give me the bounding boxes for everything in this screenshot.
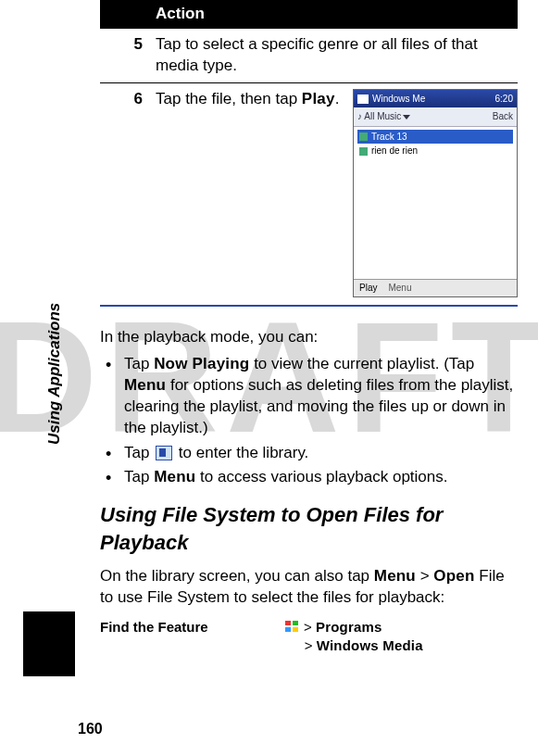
library-icon — [156, 446, 172, 460]
mock-footer: PlayMenu — [354, 279, 517, 296]
mock-softkey-menu: Menu — [382, 280, 417, 296]
step-number: 5 — [100, 34, 156, 77]
list-item: Tap to enter the library. — [100, 443, 518, 464]
text: All Music — [364, 111, 401, 121]
page-content: Action 5 Tap to select a specific genre … — [0, 0, 538, 655]
body-paragraph: On the library screen, you can also tap … — [100, 566, 518, 609]
text: to view the current playlist. (Tap — [249, 355, 474, 372]
action-table: Action 5 Tap to select a specific genre … — [100, 0, 518, 307]
text: Tap — [124, 468, 154, 485]
page-number: 160 — [78, 719, 103, 739]
text: . — [335, 90, 340, 107]
ui-term: Now Playing — [154, 355, 249, 372]
text: Tap — [124, 444, 154, 461]
path-segment: Windows Media — [317, 637, 423, 653]
mock-titlebar: Windows Me 6:20 — [354, 90, 517, 108]
step-text: Tap to select a specific genre or all fi… — [156, 34, 518, 77]
note-icon — [359, 132, 368, 141]
text: Tap — [124, 355, 154, 372]
action-table-header: Action — [100, 0, 518, 29]
ui-term: Play — [302, 90, 335, 107]
find-the-feature: Find the Feature > Programs > Windows Me… — [100, 618, 518, 656]
device-screenshot: Windows Me 6:20 ♪ All Music Back Track 1… — [353, 89, 518, 297]
find-feature-label: Find the Feature — [100, 618, 285, 656]
note-icon — [359, 147, 368, 156]
mock-title-text: Windows Me — [372, 93, 425, 106]
chevron-down-icon — [403, 115, 410, 120]
path-separator: > — [305, 637, 313, 653]
ui-term: Open — [433, 567, 474, 585]
subsection-heading: Using File System to Open Files for Play… — [100, 501, 518, 556]
intro-paragraph: In the playback mode, you can: — [100, 327, 518, 348]
text: to access various playback options. — [195, 468, 447, 485]
text: to enter the library. — [174, 444, 308, 461]
mock-back-button: Back — [493, 110, 513, 123]
list-item: Tap Menu to access various playback opti… — [100, 467, 518, 488]
text: Track 13 — [371, 131, 407, 144]
ui-term: Menu — [374, 567, 416, 585]
table-row: 6 Tap the file, then tap Play. Windows M… — [100, 83, 518, 303]
path-segment: Programs — [316, 619, 382, 635]
mock-track-list: Track 13 rien de rien — [354, 127, 517, 161]
table-row: 5 Tap to select a specific genre or all … — [100, 29, 518, 83]
text: On the library screen, you can also tap — [100, 567, 374, 585]
table-end-rule — [100, 305, 518, 307]
mock-toolbar-left: ♪ All Music — [357, 110, 410, 123]
step-number: 6 — [100, 89, 156, 297]
mock-list-item: rien de rien — [357, 144, 513, 158]
mock-softkey-play: Play — [354, 280, 382, 296]
ui-term: Menu — [154, 468, 195, 485]
ui-term: Menu — [124, 376, 166, 394]
path-separator: > — [304, 619, 312, 635]
list-item: Tap Now Playing to view the current play… — [100, 354, 518, 439]
mock-list-item-selected: Track 13 — [357, 130, 513, 145]
windows-flag-icon — [285, 621, 300, 634]
windows-flag-icon — [357, 94, 369, 104]
step-text: Tap the file, then tap Play. — [156, 89, 345, 297]
mock-status-icons: 6:20 — [495, 93, 513, 106]
mock-toolbar: ♪ All Music Back — [354, 107, 517, 127]
bullet-list: Tap Now Playing to view the current play… — [100, 354, 518, 489]
text: > — [416, 567, 433, 585]
text: Tap the file, then tap — [156, 90, 302, 107]
text: for options such as deleting files from … — [124, 376, 513, 436]
find-feature-path: > Programs > Windows Media — [285, 618, 518, 656]
text: rien de rien — [371, 145, 418, 158]
